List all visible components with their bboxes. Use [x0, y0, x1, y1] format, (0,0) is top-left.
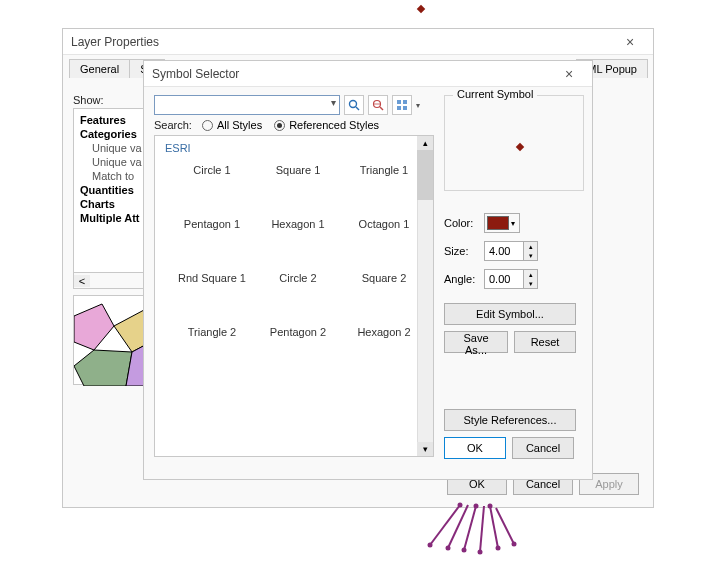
- symbol-item[interactable]: Circle 2: [259, 272, 337, 284]
- svg-line-17: [464, 506, 476, 550]
- svg-line-20: [496, 508, 514, 544]
- svg-point-27: [458, 503, 463, 508]
- angle-label: Angle:: [444, 273, 484, 285]
- color-picker[interactable]: ▾: [484, 213, 520, 233]
- svg-line-18: [480, 506, 484, 552]
- close-icon[interactable]: ×: [554, 66, 584, 82]
- svg-line-15: [430, 505, 460, 545]
- svg-marker-2: [74, 350, 132, 386]
- svg-line-9: [380, 107, 383, 110]
- dialog-title: Layer Properties: [71, 35, 615, 49]
- current-symbol-group: Current Symbol: [444, 95, 584, 191]
- style-references-button[interactable]: Style References...: [444, 409, 576, 431]
- angle-stepper[interactable]: ▴▾: [484, 269, 538, 289]
- symbol-item[interactable]: Hexagon 2: [345, 326, 423, 338]
- reset-button[interactable]: Reset: [514, 331, 576, 353]
- save-as-button[interactable]: Save As...: [444, 331, 508, 353]
- view-grid-icon[interactable]: [392, 95, 412, 115]
- tab-general[interactable]: General: [69, 59, 130, 78]
- svg-point-24: [478, 550, 483, 555]
- edit-symbol-button[interactable]: Edit Symbol...: [444, 303, 576, 325]
- view-caret-icon[interactable]: ▾: [416, 101, 420, 110]
- radio-all-styles[interactable]: All Styles: [202, 119, 262, 131]
- symbol-item[interactable]: Hexagon 1: [259, 218, 337, 230]
- current-symbol-preview: [516, 143, 524, 151]
- spin-up-icon[interactable]: ▴: [524, 270, 537, 279]
- scroll-down-icon[interactable]: ▾: [417, 442, 433, 456]
- search-icon[interactable]: [344, 95, 364, 115]
- svg-marker-0: [74, 304, 114, 350]
- svg-point-21: [428, 543, 433, 548]
- symbol-item[interactable]: Pentagon 1: [173, 218, 251, 230]
- globe-search-icon[interactable]: [368, 95, 388, 115]
- close-icon[interactable]: ×: [615, 34, 645, 50]
- svg-line-16: [448, 505, 468, 548]
- search-label: Search:: [154, 119, 192, 131]
- symbol-item[interactable]: Triangle 2: [173, 326, 251, 338]
- current-symbol-label: Current Symbol: [453, 88, 537, 100]
- svg-rect-14: [403, 106, 407, 110]
- svg-rect-13: [397, 106, 401, 110]
- svg-line-19: [490, 506, 498, 548]
- size-label: Size:: [444, 245, 484, 257]
- stray-point: [417, 5, 425, 13]
- svg-point-22: [446, 546, 451, 551]
- angle-input[interactable]: [485, 270, 523, 288]
- symbol-item[interactable]: Triangle 1: [345, 164, 423, 176]
- svg-line-7: [356, 107, 359, 110]
- svg-point-25: [496, 546, 501, 551]
- dialog-title: Symbol Selector: [152, 67, 554, 81]
- spin-up-icon[interactable]: ▴: [524, 242, 537, 251]
- titlebar: Symbol Selector ×: [144, 61, 592, 87]
- symbol-item[interactable]: Octagon 1: [345, 218, 423, 230]
- ok-button[interactable]: OK: [444, 437, 506, 459]
- symbol-selector-dialog: Symbol Selector × ▾ ▾ Search: All: [143, 60, 593, 480]
- scroll-up-icon[interactable]: ▴: [417, 136, 433, 150]
- svg-point-28: [474, 504, 479, 509]
- titlebar: Layer Properties ×: [63, 29, 653, 55]
- symbol-item[interactable]: Pentagon 2: [259, 326, 337, 338]
- svg-point-23: [462, 548, 467, 553]
- svg-point-26: [512, 542, 517, 547]
- symbol-item[interactable]: Circle 1: [173, 164, 251, 176]
- color-swatch: [487, 216, 509, 230]
- search-input[interactable]: [154, 95, 340, 115]
- chevron-down-icon[interactable]: ▾: [509, 219, 517, 228]
- size-input[interactable]: [485, 242, 523, 260]
- radio-referenced-styles[interactable]: Referenced Styles: [274, 119, 379, 131]
- svg-point-29: [488, 504, 493, 509]
- symbol-list[interactable]: ESRI Circle 1 Square 1 Triangle 1 Pentag…: [154, 135, 434, 457]
- style-category: ESRI: [155, 136, 433, 164]
- cancel-button[interactable]: Cancel: [512, 437, 574, 459]
- size-stepper[interactable]: ▴▾: [484, 241, 538, 261]
- svg-point-6: [350, 101, 357, 108]
- color-label: Color:: [444, 217, 484, 229]
- symbol-item[interactable]: Square 2: [345, 272, 423, 284]
- stray-scribble: [420, 500, 540, 560]
- symbol-item[interactable]: Rnd Square 1: [173, 272, 251, 284]
- svg-rect-12: [403, 100, 407, 104]
- scroll-left-icon[interactable]: <: [74, 275, 90, 287]
- spin-down-icon[interactable]: ▾: [524, 251, 537, 260]
- spin-down-icon[interactable]: ▾: [524, 279, 537, 288]
- symbol-item[interactable]: Square 1: [259, 164, 337, 176]
- scroll-thumb[interactable]: [417, 150, 433, 200]
- svg-rect-11: [397, 100, 401, 104]
